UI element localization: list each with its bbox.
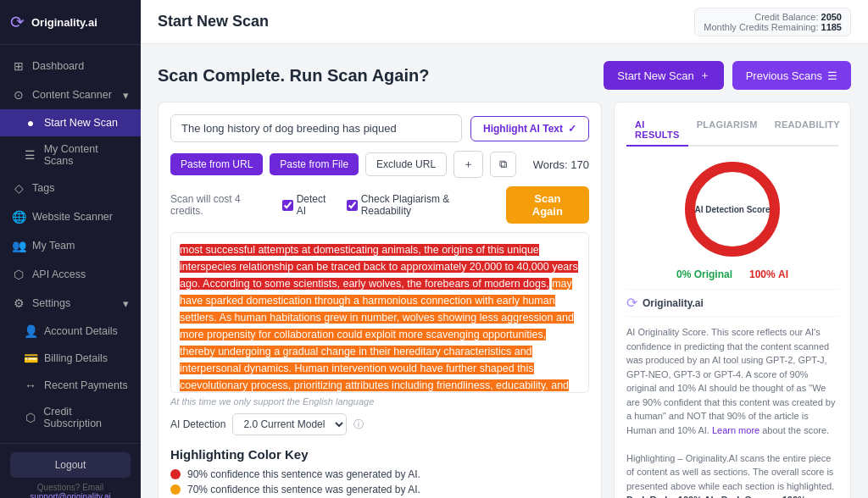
detect-ai-input[interactable] xyxy=(282,200,293,211)
team-icon: 👥 xyxy=(12,239,25,252)
brand-icon: ⟳ xyxy=(626,295,637,311)
score-labels: 0% Original 100% AI xyxy=(626,268,838,280)
words-count: Words: 170 xyxy=(533,158,589,171)
sidebar-item-start-new-scan[interactable]: ● Start New Scan xyxy=(0,109,141,136)
settings-icon: ⚙ xyxy=(12,296,25,310)
plus-icon: ＋ xyxy=(699,68,710,83)
copy-icon-button[interactable]: ⧉ xyxy=(490,152,516,177)
paste-from-file-button[interactable]: Paste from File xyxy=(270,153,359,175)
action-buttons: Start New Scan ＋ Previous Scans ☰ xyxy=(604,61,851,90)
sidebar-logo: ⟳ Originality.ai xyxy=(0,0,141,45)
page-content: Scan Complete. Run Scan Again? Start New… xyxy=(141,44,868,498)
checkmark-icon: ✓ xyxy=(568,123,576,135)
credit-info: Credit Balance: 2050 Monthly Credits Rem… xyxy=(694,8,851,36)
scan-options: Scan will cost 4 credits. Detect AI Chec… xyxy=(170,186,589,224)
support-text: Questions? Email support@originality.ai xyxy=(10,483,131,498)
page-subtitle: Scan Complete. Run Scan Again? xyxy=(158,66,429,86)
sidebar-item-label: Billing Details xyxy=(44,352,108,364)
sidebar: ⟳ Originality.ai ⊞ Dashboard ⊙ Content S… xyxy=(0,0,141,498)
plagiarism-input[interactable] xyxy=(347,200,358,211)
highlight-ai-text-button[interactable]: Highlight AI Text ✓ xyxy=(470,116,589,141)
sidebar-item-credit-subscription[interactable]: ⬡ Credit Subscription xyxy=(0,399,141,436)
plagiarism-checkbox[interactable]: Check Plagiarism & Readability xyxy=(347,193,494,217)
exclude-url-button[interactable]: Exclude URL xyxy=(365,152,447,176)
color-key: Highlighting Color Key 90% confidence th… xyxy=(170,447,589,498)
sidebar-item-label: Tags xyxy=(32,182,54,194)
ai-detection-row: AI Detection 2.0 Current Model ⓘ xyxy=(170,413,589,435)
start-scan-icon: ● xyxy=(24,116,37,130)
page-title: Start New Scan xyxy=(158,13,269,30)
sidebar-item-label: Dashboard xyxy=(32,60,84,72)
text-content-area[interactable]: most successful attempts at domesticatin… xyxy=(170,232,589,393)
info-icon: ⓘ xyxy=(353,418,364,432)
left-panel: The long history of dog breeding has piq… xyxy=(158,102,602,498)
account-icon: 👤 xyxy=(24,324,37,338)
logo-text: Originality.ai xyxy=(31,16,97,29)
button-row: Paste from URL Paste from File Exclude U… xyxy=(170,151,589,178)
two-column-layout: The long history of dog breeding has piq… xyxy=(158,102,851,498)
detect-ai-checkbox[interactable]: Detect AI xyxy=(282,193,335,217)
sidebar-item-website-scanner[interactable]: 🌐 Website Scanner xyxy=(0,202,141,231)
score-description: AI Originality Score. This score reflect… xyxy=(626,325,838,498)
header-right: Credit Balance: 2050 Monthly Credits Rem… xyxy=(694,8,851,36)
sidebar-item-dashboard[interactable]: ⊞ Dashboard xyxy=(0,52,141,80)
support-email-link[interactable]: support@originality.ai xyxy=(30,492,111,498)
add-icon-button[interactable]: ＋ xyxy=(453,151,483,178)
payments-icon: ↔ xyxy=(24,379,37,392)
action-bar: Scan Complete. Run Scan Again? Start New… xyxy=(158,61,851,90)
sidebar-item-billing-details[interactable]: 💳 Billing Details xyxy=(0,345,141,372)
scan-input-row: The long history of dog breeding has piq… xyxy=(170,114,589,142)
sidebar-item-settings[interactable]: ⚙ Settings ▾ xyxy=(0,289,141,318)
sidebar-item-account-details[interactable]: 👤 Account Details xyxy=(0,318,141,345)
sidebar-nav: ⊞ Dashboard ⊙ Content Scanner ▾ ● Start … xyxy=(0,45,141,443)
color-key-item-70: 70% confidence this sentence was generat… xyxy=(170,484,589,495)
website-scanner-icon: 🌐 xyxy=(12,210,25,224)
logo-icon: ⟳ xyxy=(10,12,25,32)
score-center-label: AI Detection Score xyxy=(682,158,783,260)
start-new-scan-button[interactable]: Start New Scan ＋ xyxy=(604,61,723,90)
sidebar-item-label: Website Scanner xyxy=(32,211,113,223)
billing-icon: 💳 xyxy=(24,351,37,365)
sidebar-item-my-team[interactable]: 👥 My Team xyxy=(0,231,141,260)
sidebar-item-content-scanner[interactable]: ⊙ Content Scanner ▾ xyxy=(0,80,141,109)
chevron-down-icon: ▾ xyxy=(123,297,129,310)
tab-plagiarism[interactable]: PLAGIARISM xyxy=(688,114,766,147)
sidebar-item-api-access[interactable]: ⬡ API Access xyxy=(0,260,141,289)
sidebar-item-label: Settings xyxy=(32,297,70,309)
list-icon: ☰ xyxy=(827,69,837,82)
credit-sub-icon: ⬡ xyxy=(24,411,36,424)
sidebar-item-tags[interactable]: ◇ Tags xyxy=(0,174,141,202)
highlighted-passage: most successful attempts at domesticatin… xyxy=(180,244,578,290)
previous-scans-button[interactable]: Previous Scans ☰ xyxy=(732,61,851,90)
api-icon: ⬡ xyxy=(12,268,25,281)
sidebar-item-label: Content Scanner xyxy=(32,89,112,101)
scan-again-button[interactable]: Scan Again xyxy=(506,186,589,224)
score-circle: AI Detection Score xyxy=(682,158,783,260)
sidebar-item-label: Account Details xyxy=(44,325,118,337)
credit-balance-row: Credit Balance: 2050 xyxy=(704,12,842,22)
sidebar-item-label: API Access xyxy=(32,268,86,280)
sidebar-footer: Logout Questions? Email support@original… xyxy=(0,443,141,498)
ai-detect-label: AI Detection xyxy=(170,418,225,430)
language-note: At this time we only support the English… xyxy=(170,396,589,407)
highlighted-passage-orange: may have sparked domestication through a… xyxy=(180,278,576,393)
scan-text-preview: The long history of dog breeding has piq… xyxy=(170,114,462,142)
original-score: 0% Original xyxy=(676,268,732,280)
logout-button[interactable]: Logout xyxy=(10,452,131,478)
sidebar-item-recent-payments[interactable]: ↔ Recent Payments xyxy=(0,372,141,399)
chevron-down-icon: ▾ xyxy=(123,89,129,102)
sidebar-item-label: My Team xyxy=(32,240,75,252)
learn-more-link[interactable]: Learn more xyxy=(712,425,760,435)
content-scanner-icon: ⊙ xyxy=(12,88,25,102)
dashboard-icon: ⊞ xyxy=(12,59,25,73)
tab-ai-results[interactable]: AI RESULTS xyxy=(626,114,688,147)
tab-readability[interactable]: READABILITY xyxy=(766,114,849,147)
ai-score: 100% AI xyxy=(749,268,788,280)
score-area: AI Detection Score xyxy=(626,158,838,260)
paste-from-url-button[interactable]: Paste from URL xyxy=(170,153,263,175)
sidebar-item-my-content-scans[interactable]: ☰ My Content Scans xyxy=(0,136,141,174)
sidebar-item-label: Start New Scan xyxy=(44,117,118,129)
color-dot-red xyxy=(170,469,181,479)
main-area: Start New Scan Credit Balance: 2050 Mont… xyxy=(141,0,868,498)
ai-model-select[interactable]: 2.0 Current Model xyxy=(232,413,347,435)
